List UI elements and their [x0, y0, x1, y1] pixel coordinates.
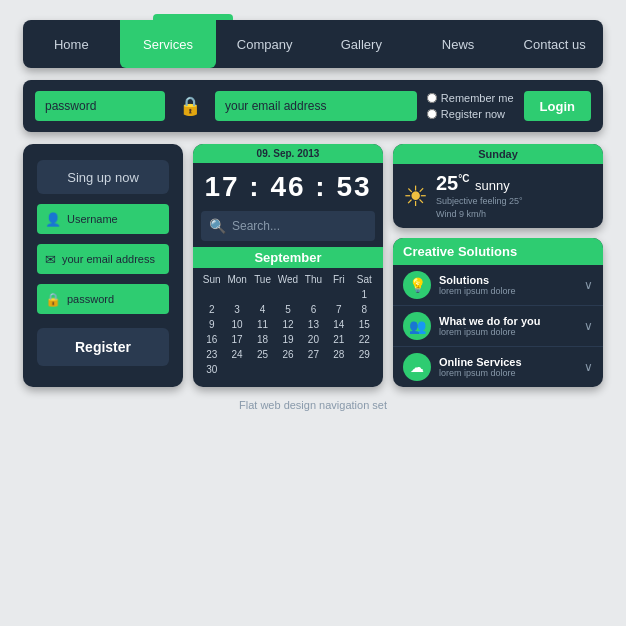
- right-cards: Sunday ☀ 25°C sunny Subjective feeling 2…: [393, 144, 603, 387]
- chevron-down-icon-2: ∨: [584, 319, 593, 333]
- nav-item-home[interactable]: Home: [23, 20, 120, 68]
- cloud-icon: ☁: [403, 353, 431, 381]
- weather-body: ☀ 25°C sunny Subjective feeling 25° Wind…: [393, 164, 603, 228]
- clock-time: 17 : 46 : 53: [193, 163, 383, 211]
- calendar-row-6: 30: [199, 362, 377, 377]
- password-input[interactable]: [35, 91, 165, 121]
- solution-item-3[interactable]: ☁ Online Services lorem ipsum dolore ∨: [393, 347, 603, 387]
- nav-item-contact[interactable]: Contact us: [506, 20, 603, 68]
- signup-password-field: 🔒 password: [37, 284, 169, 314]
- search-icon: 🔍: [209, 218, 226, 234]
- nav-item-company[interactable]: Company: [216, 20, 313, 68]
- register-radio[interactable]: [427, 109, 437, 119]
- cal-hdr-sat: Sat: [352, 272, 377, 287]
- search-bar[interactable]: 🔍: [201, 211, 375, 241]
- remember-label[interactable]: Remember me: [427, 92, 514, 104]
- navigation-bar: Home Services Company Gallery News Conta…: [23, 20, 603, 68]
- calendar-row-3: 9101112131415: [199, 317, 377, 332]
- bottom-section: Sing up now 👤 Username ✉ your email addr…: [23, 144, 603, 387]
- signup-button[interactable]: Sing up now: [37, 160, 169, 194]
- cal-hdr-thu: Thu: [301, 272, 326, 287]
- solution-desc-1: lorem ipsum dolore: [439, 286, 576, 296]
- email-icon: ✉: [45, 252, 56, 267]
- calendar-header-row: Sun Mon Tue Wed Thu Fri Sat: [199, 272, 377, 287]
- solution-desc-2: lorem ipsum dolore: [439, 327, 576, 337]
- solution-title-3: Online Services: [439, 356, 576, 368]
- radio-group: Remember me Register now: [427, 92, 514, 120]
- team-icon: 👥: [403, 312, 431, 340]
- solution-item-2[interactable]: 👥 What we do for you lorem ipsum dolore …: [393, 306, 603, 347]
- solution-text-3: Online Services lorem ipsum dolore: [439, 356, 576, 378]
- chevron-down-icon-3: ∨: [584, 360, 593, 374]
- solution-title-2: What we do for you: [439, 315, 576, 327]
- weather-temp: 25°C sunny: [436, 172, 593, 195]
- signup-lock-icon: 🔒: [45, 292, 61, 307]
- calendar-grid: Sun Mon Tue Wed Thu Fri Sat 1 2345678 91…: [193, 268, 383, 387]
- calendar-card: 09. Sep. 2013 17 : 46 : 53 🔍 September S…: [193, 144, 383, 387]
- solutions-title: Creative Solutions: [393, 238, 603, 265]
- nav-item-services[interactable]: Services: [120, 20, 217, 68]
- username-label: Username: [67, 213, 118, 225]
- username-field: 👤 Username: [37, 204, 169, 234]
- cal-hdr-sun: Sun: [199, 272, 224, 287]
- chevron-down-icon-1: ∨: [584, 278, 593, 292]
- lock-icon: 🔒: [175, 95, 205, 117]
- cal-hdr-fri: Fri: [326, 272, 351, 287]
- signup-password-label: password: [67, 293, 114, 305]
- weather-day: Sunday: [393, 144, 603, 164]
- cal-hdr-mon: Mon: [224, 272, 249, 287]
- login-button[interactable]: Login: [524, 91, 591, 121]
- sun-icon: ☀: [403, 180, 428, 213]
- login-bar: 🔒 Remember me Register now Login: [23, 80, 603, 132]
- solution-text-2: What we do for you lorem ipsum dolore: [439, 315, 576, 337]
- solution-title-1: Solutions: [439, 274, 576, 286]
- calendar-row-1: 1: [199, 287, 377, 302]
- remember-radio[interactable]: [427, 93, 437, 103]
- calendar-row-2: 2345678: [199, 302, 377, 317]
- solutions-card: Creative Solutions 💡 Solutions lorem ips…: [393, 238, 603, 387]
- signup-email-label: your email address: [62, 253, 155, 265]
- cal-hdr-tue: Tue: [250, 272, 275, 287]
- weather-info: 25°C sunny Subjective feeling 25° Wind 9…: [436, 172, 593, 220]
- solution-item-1[interactable]: 💡 Solutions lorem ipsum dolore ∨: [393, 265, 603, 306]
- signup-email-field: ✉ your email address: [37, 244, 169, 274]
- weather-details: Subjective feeling 25° Wind 9 km/h: [436, 195, 593, 220]
- weather-card: Sunday ☀ 25°C sunny Subjective feeling 2…: [393, 144, 603, 228]
- signup-card: Sing up now 👤 Username ✉ your email addr…: [23, 144, 183, 387]
- solution-desc-3: lorem ipsum dolore: [439, 368, 576, 378]
- footer-label: Flat web design navigation set: [239, 399, 387, 411]
- calendar-month: September: [193, 247, 383, 268]
- register-label[interactable]: Register now: [427, 108, 514, 120]
- calendar-row-5: 23242526272829: [199, 347, 377, 362]
- nav-item-gallery[interactable]: Gallery: [313, 20, 410, 68]
- calendar-row-4: 16171819202122: [199, 332, 377, 347]
- solution-text-1: Solutions lorem ipsum dolore: [439, 274, 576, 296]
- register-button[interactable]: Register: [37, 328, 169, 366]
- user-icon: 👤: [45, 212, 61, 227]
- search-input[interactable]: [232, 219, 382, 233]
- solutions-icon: 💡: [403, 271, 431, 299]
- clock-date: 09. Sep. 2013: [193, 144, 383, 163]
- email-input[interactable]: [215, 91, 417, 121]
- nav-item-news[interactable]: News: [410, 20, 507, 68]
- cal-hdr-wed: Wed: [275, 272, 300, 287]
